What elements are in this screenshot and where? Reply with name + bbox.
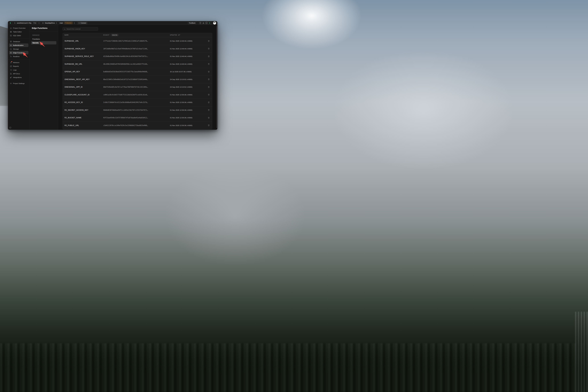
sidebar-item-project-overview[interactable]: Project Overview [9,26,28,30]
table-body: SUPABASE_URL 177fa1dcf28648c1661faf002ed… [63,37,212,129]
table-icon [10,31,12,33]
sidebar-item-project-settings[interactable]: Project Settings [9,82,28,85]
sidebar-item-api-docs[interactable]: API Docs [9,72,28,76]
delete-secret-button[interactable] [207,101,210,104]
primary-sidebar: Project Overview Table Editor SQL Editor… [8,25,30,130]
top-navigation-bar: / sunshineLixun's Org Free / EasyApp [8,21,217,25]
sidebar-item-integrations[interactable]: Integrations [9,76,28,79]
branch-name[interactable]: main [60,22,63,24]
sidebar-item-reports[interactable]: Reports [9,64,28,68]
trash-icon [208,86,210,88]
help-icon[interactable]: ? [200,22,201,24]
secrets-content: NAME DIGEST SHA256 UPDATED AT SUPABASE_U… [58,25,217,130]
column-header-name: NAME [63,34,69,36]
table-row[interactable]: ONESIGNAL_APP_ID 68d7540edd5c6e7b7ca770a… [63,83,212,91]
sidebar-item-edge-functions[interactable]: Edge Functions [9,51,28,54]
secret-search[interactable] [62,27,98,31]
collapse-sidebar-icon[interactable] [9,126,11,128]
sidebar-item-sql-editor[interactable]: SQL Editor [9,34,28,37]
sidebar-item-label: Database [13,41,20,42]
delete-secret-button[interactable] [207,78,210,81]
table-row[interactable]: ONESIGNAL_REST_API_KEY 8ba323803c560e88d… [63,76,212,83]
supabase-logo-icon[interactable] [9,22,12,24]
sidebar-item-table-editor[interactable]: Table Editor [9,30,28,34]
sidebar-item-advisors[interactable]: Advisors [9,61,28,64]
sidebar-item-label: Integrations [13,76,22,78]
integrations-icon [10,76,12,78]
secret-digest: 4bc69b150db5e97043d046d59bccec4b1a44b57f… [103,63,148,65]
secret-name: R2_PUBLIC_URL [63,124,79,126]
table-row[interactable]: R2_BUCKET_NAME 03f33ae9548c32d75789b674f… [63,114,212,122]
project-name[interactable]: EasyAppDocs [45,22,55,24]
trash-icon [208,124,210,126]
utility-icon-group: ? >_ [198,22,212,24]
sidebar-item-database[interactable]: Database [9,40,28,43]
window-scrollbar[interactable] [216,26,217,128]
secret-name: SUPABASE_DB_URL [63,63,82,65]
project-switcher-chevrons-icon[interactable] [56,22,57,24]
inbox-icon[interactable] [202,22,204,24]
edge-functions-subnav: Edge Functions MANAGE Functions Secrets [30,25,58,130]
table-row[interactable]: R2_SECRET_ACCESS_KEY 0b88d838f4bb0ae94f1… [63,106,212,114]
table-row[interactable]: SUPABASE_URL 177fa1dcf28648c1661faf002ed… [63,37,212,45]
org-name[interactable]: sunshineLixun's Org [17,22,31,24]
subnav-item-functions[interactable]: Functions [31,38,56,41]
secret-digest: 0b88d838f4bb0ae94f1ccd45e13b2f87c23537b4… [103,109,148,111]
delete-secret-button[interactable] [207,62,210,66]
trash-icon [208,48,210,50]
table-row[interactable]: CLOUDFLARE_ACCOUNT_ID cd061a38c9cb65775d… [63,91,212,99]
table-row[interactable]: SUPABASE_DB_URL 4bc69b150db5e97043d046d5… [63,60,212,68]
sidebar-item-realtime[interactable]: Realtime [9,55,28,58]
user-avatar[interactable] [213,22,216,24]
secret-updated-at: 01 Nov 2025 13:49:44 (+0000) [170,40,192,42]
delete-secret-button[interactable] [207,86,210,88]
sha256-badge: SHA256 [111,34,118,36]
secret-updated-at: 01 Nov 2025 12:59:36 (+0000) [170,124,192,126]
search-input[interactable] [66,28,97,30]
secret-name: CLOUDFLARE_ACCOUNT_ID [63,94,90,96]
breadcrumb-separator: / [40,22,41,24]
connect-button-label: Connect [80,22,86,24]
table-row[interactable]: SUPABASE_ANON_KEY 28f2dd6e98d7a2c9a47094… [63,45,212,52]
secret-name: R2_ACCESS_KEY_ID [63,101,83,104]
sidebar-item-logs[interactable]: Logs [9,68,28,72]
table-row[interactable]: SUPABASE_SERVICE_ROLE_KEY d12bdba06daf64… [63,52,212,60]
database-icon [10,40,12,42]
secrets-table: NAME DIGEST SHA256 UPDATED AT SUPABASE_U… [62,33,212,129]
sidebar-item-label: Realtime [13,56,20,57]
delete-secret-button[interactable] [207,55,210,58]
delete-secret-button[interactable] [207,40,210,42]
section-label: MANAGE [31,34,56,38]
realtime-icon [10,56,12,58]
delete-secret-button[interactable] [207,108,210,112]
connect-button[interactable]: Connect [77,22,88,24]
search-icon [64,28,66,30]
sidebar-item-label: Storage [13,48,19,50]
delete-secret-button[interactable] [207,116,210,119]
org-switcher-chevrons-icon[interactable] [38,22,40,24]
table-row[interactable]: R2_PUBLIC_URL c5d4213978cce109efd20c5e15… [63,122,212,129]
delete-secret-button[interactable] [207,93,210,96]
delete-secret-button[interactable] [207,124,210,127]
breadcrumb: / sunshineLixun's Org Free / EasyApp [9,22,88,24]
subnav-item-secrets[interactable]: Secrets [31,41,56,44]
table-row[interactable]: OPENAI_API_KEY ba8bbdd3e55b38ed303533f33… [63,68,212,76]
delete-secret-button[interactable] [207,70,210,73]
delete-secret-button[interactable] [207,47,210,50]
settings-gear-icon [10,82,12,84]
breadcrumb-separator: / [12,22,13,24]
secret-updated-at: 01 Nov 2025 12:59:36 (+0000) [170,109,192,111]
feedback-button[interactable]: Feedback [188,22,197,24]
secret-name: R2_SECRET_ACCESS_KEY [63,109,88,111]
ai-assistant-icon[interactable] [209,22,210,24]
secret-digest: 68d7540edd5c6e7b7ca770ae768fdb6fd73dc2d1… [103,86,148,88]
logs-icon [10,69,12,71]
sidebar-item-storage[interactable]: Storage [9,47,28,51]
page-title: Edge Functions [30,25,58,32]
branch-switcher-chevrons-icon[interactable] [74,22,75,24]
table-row[interactable]: R2_ACCESS_KEY_ID 2c8b1f266b07dcd121e58c6… [63,98,212,106]
sidebar-item-authentication[interactable]: Authentication [9,44,28,47]
sidebar-item-label: Project Overview [13,27,26,29]
terminal-icon[interactable]: >_ [206,22,208,24]
secret-digest: d12bdba06daf6490c4a48b194cbc8592665f94f5… [103,55,148,57]
